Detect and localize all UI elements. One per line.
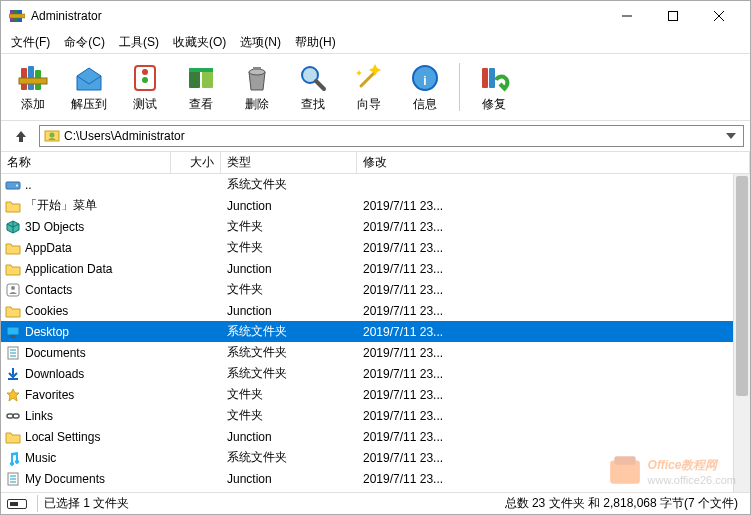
menu-bar: 文件(F) 命令(C) 工具(S) 收藏夹(O) 选项(N) 帮助(H) <box>1 31 750 53</box>
svg-rect-26 <box>489 68 495 88</box>
address-input[interactable] <box>64 129 719 143</box>
file-type: 文件夹 <box>221 407 357 424</box>
file-icon <box>5 198 21 214</box>
file-icon <box>5 282 21 298</box>
file-name: Documents <box>25 346 86 360</box>
menu-tool[interactable]: 工具(S) <box>113 32 165 53</box>
toolbar-add[interactable]: 添加 <box>7 56 59 118</box>
info-icon: i <box>409 62 441 94</box>
scrollbar-thumb[interactable] <box>736 176 748 396</box>
svg-rect-5 <box>669 12 678 21</box>
status-bar: 已选择 1 文件夹 总数 23 文件夹 和 2,818,068 字节(7 个文件… <box>1 492 750 514</box>
table-row[interactable]: Application DataJunction2019/7/11 23... <box>1 258 750 279</box>
toolbar-find[interactable]: 查找 <box>287 56 339 118</box>
address-dropdown[interactable] <box>723 126 739 146</box>
table-row[interactable]: My DocumentsJunction2019/7/11 23... <box>1 468 750 489</box>
minimize-button[interactable] <box>604 1 650 31</box>
toolbar-view[interactable]: 查看 <box>175 56 227 118</box>
table-row[interactable]: Documents系统文件夹2019/7/11 23... <box>1 342 750 363</box>
file-type: 系统文件夹 <box>221 449 357 466</box>
file-type: 系统文件夹 <box>221 176 357 193</box>
file-type: 系统文件夹 <box>221 323 357 340</box>
col-name[interactable]: 名称 <box>1 152 171 173</box>
svg-line-22 <box>361 72 375 86</box>
table-row[interactable]: Music系统文件夹2019/7/11 23... <box>1 447 750 468</box>
col-size[interactable]: 大小 <box>171 152 221 173</box>
address-box[interactable] <box>39 125 744 147</box>
file-modified: 2019/7/11 23... <box>357 388 750 402</box>
test-icon <box>129 62 161 94</box>
menu-favorites[interactable]: 收藏夹(O) <box>167 32 232 53</box>
close-button[interactable] <box>696 1 742 31</box>
file-icon <box>5 219 21 235</box>
toolbar-test-label: 测试 <box>133 96 157 113</box>
table-row[interactable]: Links文件夹2019/7/11 23... <box>1 405 750 426</box>
file-icon <box>5 240 21 256</box>
file-icon <box>5 261 21 277</box>
menu-command[interactable]: 命令(C) <box>58 32 111 53</box>
toolbar-view-label: 查看 <box>189 96 213 113</box>
file-modified: 2019/7/11 23... <box>357 304 750 318</box>
col-type[interactable]: 类型 <box>221 152 357 173</box>
status-selection: 已选择 1 文件夹 <box>37 495 129 512</box>
table-row[interactable]: 3D Objects文件夹2019/7/11 23... <box>1 216 750 237</box>
file-type: Junction <box>221 262 357 276</box>
file-type: Junction <box>221 304 357 318</box>
file-name: Desktop <box>25 325 69 339</box>
file-modified: 2019/7/11 23... <box>357 346 750 360</box>
table-row[interactable]: Local SettingsJunction2019/7/11 23... <box>1 426 750 447</box>
table-row[interactable]: Desktop系统文件夹2019/7/11 23... <box>1 321 750 342</box>
table-row[interactable]: Favorites文件夹2019/7/11 23... <box>1 384 750 405</box>
file-icon <box>5 450 21 466</box>
toolbar-extract[interactable]: 解压到 <box>63 56 115 118</box>
toolbar-delete[interactable]: 删除 <box>231 56 283 118</box>
toolbar-test[interactable]: 测试 <box>119 56 171 118</box>
arrow-up-icon <box>14 129 28 143</box>
file-type: 系统文件夹 <box>221 344 357 361</box>
maximize-button[interactable] <box>650 1 696 31</box>
address-bar <box>1 121 750 151</box>
table-row[interactable]: 「开始」菜单Junction2019/7/11 23... <box>1 195 750 216</box>
table-row[interactable]: CookiesJunction2019/7/11 23... <box>1 300 750 321</box>
toolbar-add-label: 添加 <box>21 96 45 113</box>
toolbar-wizard[interactable]: 向导 <box>343 56 395 118</box>
table-row[interactable]: AppData文件夹2019/7/11 23... <box>1 237 750 258</box>
menu-options[interactable]: 选项(N) <box>234 32 287 53</box>
file-name: Cookies <box>25 304 68 318</box>
svg-rect-25 <box>482 68 488 88</box>
svg-point-29 <box>50 132 55 137</box>
file-modified: 2019/7/11 23... <box>357 241 750 255</box>
col-modified[interactable]: 修改 <box>357 152 750 173</box>
svg-rect-43 <box>13 414 19 418</box>
file-name: Favorites <box>25 388 74 402</box>
toolbar-repair[interactable]: 修复 <box>468 56 520 118</box>
file-type: Junction <box>221 430 357 444</box>
toolbar-info[interactable]: i 信息 <box>399 56 451 118</box>
file-name: .. <box>25 178 32 192</box>
toolbar-extract-label: 解压到 <box>71 96 107 113</box>
file-modified: 2019/7/11 23... <box>357 451 750 465</box>
svg-rect-19 <box>253 67 261 70</box>
file-name: 「开始」菜单 <box>25 197 97 214</box>
file-icon <box>5 408 21 424</box>
file-name: AppData <box>25 241 72 255</box>
table-row[interactable]: ..系统文件夹 <box>1 174 750 195</box>
file-name: My Documents <box>25 472 105 486</box>
up-button[interactable] <box>7 124 35 148</box>
menu-file[interactable]: 文件(F) <box>5 32 56 53</box>
status-total: 总数 23 文件夹 和 2,818,068 字节(7 个文件) <box>505 495 744 512</box>
scrollbar[interactable] <box>733 174 750 492</box>
file-icon <box>5 471 21 487</box>
file-name: Links <box>25 409 53 423</box>
file-modified: 2019/7/11 23... <box>357 367 750 381</box>
file-type: 文件夹 <box>221 281 357 298</box>
file-icon <box>5 345 21 361</box>
file-modified: 2019/7/11 23... <box>357 283 750 297</box>
file-icon <box>5 324 21 340</box>
table-row[interactable]: Contacts文件夹2019/7/11 23... <box>1 279 750 300</box>
svg-rect-11 <box>19 78 47 84</box>
toolbar-info-label: 信息 <box>413 96 437 113</box>
menu-help[interactable]: 帮助(H) <box>289 32 342 53</box>
table-row[interactable]: Downloads系统文件夹2019/7/11 23... <box>1 363 750 384</box>
file-modified: 2019/7/11 23... <box>357 472 750 486</box>
